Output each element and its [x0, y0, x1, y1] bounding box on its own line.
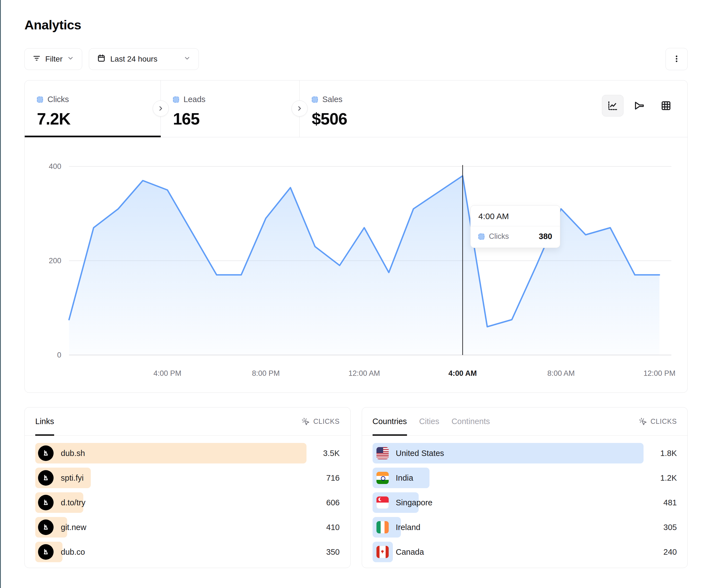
countries-list: United States 1.8K India 1.2K [362, 436, 688, 562]
canada-flag-icon [376, 546, 389, 558]
link-label: dub.sh [61, 449, 85, 458]
link-clicks-value: 606 [306, 498, 340, 507]
tab-label: Links [35, 417, 54, 426]
expand-leads-button[interactable] [292, 100, 308, 116]
funnel-icon [633, 100, 645, 112]
tab-countries[interactable]: Countries [372, 407, 407, 435]
tooltip-series-label: Clicks [489, 232, 509, 241]
table-view-button[interactable] [655, 95, 677, 116]
links-panel: Links CLICKS d [24, 407, 351, 568]
tab-label: Cities [419, 417, 439, 426]
us-flag-icon [376, 447, 389, 459]
more-options-button[interactable] [666, 48, 688, 70]
countries-panel: Countries Cities Continents CLICKS [362, 407, 688, 568]
tab-label: Continents [451, 417, 490, 426]
tooltip-value: 380 [539, 232, 552, 241]
tab-label: Countries [372, 417, 407, 426]
x-axis-label: 12:00 PM [644, 369, 675, 378]
tab-clicks[interactable]: Clicks 7.2K [25, 81, 161, 137]
metric-label: CLICKS [650, 417, 677, 426]
country-row[interactable]: Singapore 481 [372, 492, 677, 513]
tooltip-time: 4:00 AM [471, 205, 560, 226]
stat-label: Sales [322, 95, 343, 104]
line-chart-view-button[interactable] [602, 95, 624, 116]
chart-view-toggles [602, 95, 677, 116]
analytics-card: Clicks 7.2K Leads 165 Sales $506 [24, 80, 688, 393]
link-clicks-value: 410 [306, 523, 340, 532]
country-row[interactable]: India 1.2K [372, 468, 677, 488]
link-row[interactable]: dub.sh 3.5K [35, 443, 340, 463]
country-label: Ireland [396, 523, 421, 532]
stats-tabs: Clicks 7.2K Leads 165 Sales $506 [25, 81, 687, 137]
metric-label: CLICKS [313, 417, 340, 426]
link-label: d.to/try [61, 498, 86, 507]
clicks-area-chart[interactable]: 400 200 0 4:00 PM 8:00 PM 12:00 AM 4:00 … [25, 137, 687, 392]
stat-label: Clicks [47, 95, 69, 104]
link-clicks-value: 3.5K [306, 449, 340, 458]
country-clicks-value: 1.2K [644, 473, 677, 482]
ireland-flag-icon [376, 521, 389, 533]
toolbar: Filter Last 24 hours [24, 48, 688, 70]
x-axis-label: 8:00 PM [252, 369, 280, 378]
clicks-legend-icon [37, 96, 43, 103]
cursor-click-icon [639, 417, 647, 426]
country-label: Canada [396, 547, 424, 557]
link-clicks-value: 350 [306, 547, 340, 557]
country-clicks-value: 305 [644, 523, 677, 532]
date-range-label: Last 24 hours [110, 55, 179, 64]
link-label: spti.fyi [61, 473, 84, 482]
sales-legend-icon [312, 96, 318, 103]
metric-selector-clicks[interactable]: CLICKS [639, 417, 677, 426]
india-flag-icon [376, 472, 389, 484]
metric-selector-clicks[interactable]: CLICKS [302, 417, 340, 426]
stat-label: Leads [184, 95, 206, 104]
country-row[interactable]: Ireland 305 [372, 517, 677, 538]
links-list: dub.sh 3.5K spti.fyi 716 [25, 436, 350, 562]
dub-logo-icon [38, 544, 53, 560]
chart-canvas[interactable]: 400 200 0 4:00 PM 8:00 PM 12:00 AM 4:00 … [25, 137, 687, 392]
y-axis-label: 0 [57, 351, 61, 359]
link-row[interactable]: dub.co 350 [35, 542, 340, 562]
link-row[interactable]: d.to/try 606 [35, 492, 340, 513]
chart-tooltip: 4:00 AM Clicks 380 [470, 205, 560, 248]
filter-label: Filter [45, 55, 62, 64]
chart-area-fill [69, 176, 660, 355]
leads-value: 165 [173, 110, 299, 129]
kebab-menu-icon [672, 54, 681, 64]
x-axis-label: 8:00 AM [547, 369, 575, 378]
tab-sales[interactable]: Sales $506 [300, 81, 444, 137]
cursor-click-icon [302, 417, 310, 426]
tab-leads[interactable]: Leads 165 [161, 81, 300, 137]
singapore-flag-icon [376, 496, 389, 509]
y-axis-label: 400 [49, 162, 61, 171]
country-label: United States [396, 449, 444, 458]
filter-button[interactable]: Filter [24, 48, 82, 70]
date-range-button[interactable]: Last 24 hours [89, 48, 199, 70]
tab-cities[interactable]: Cities [419, 407, 439, 435]
sales-value: $506 [312, 110, 444, 129]
country-clicks-value: 240 [644, 547, 677, 557]
country-row[interactable]: United States 1.8K [372, 443, 677, 463]
y-axis-label: 200 [49, 256, 61, 265]
link-label: dub.co [61, 547, 85, 557]
funnel-view-button[interactable] [628, 95, 650, 116]
country-row[interactable]: Canada 240 [372, 542, 677, 562]
dub-logo-icon [38, 495, 53, 510]
filter-lines-icon [33, 54, 41, 64]
dub-logo-icon [38, 520, 53, 535]
leads-legend-icon [173, 96, 179, 103]
tab-continents[interactable]: Continents [451, 407, 490, 435]
chevron-right-icon [157, 105, 164, 112]
link-row[interactable]: git.new 410 [35, 517, 340, 538]
clicks-legend-icon [478, 233, 484, 240]
countries-panel-header: Countries Cities Continents CLICKS [362, 407, 688, 436]
link-label: git.new [61, 523, 86, 532]
chevron-down-icon [67, 55, 74, 64]
link-row[interactable]: spti.fyi 716 [35, 468, 340, 488]
chevron-right-icon [296, 105, 303, 112]
page-title: Analytics [24, 17, 688, 32]
tab-links[interactable]: Links [35, 407, 54, 435]
expand-clicks-button[interactable] [153, 100, 169, 116]
x-axis-label: 4:00 PM [153, 369, 181, 378]
link-clicks-value: 716 [306, 473, 340, 482]
